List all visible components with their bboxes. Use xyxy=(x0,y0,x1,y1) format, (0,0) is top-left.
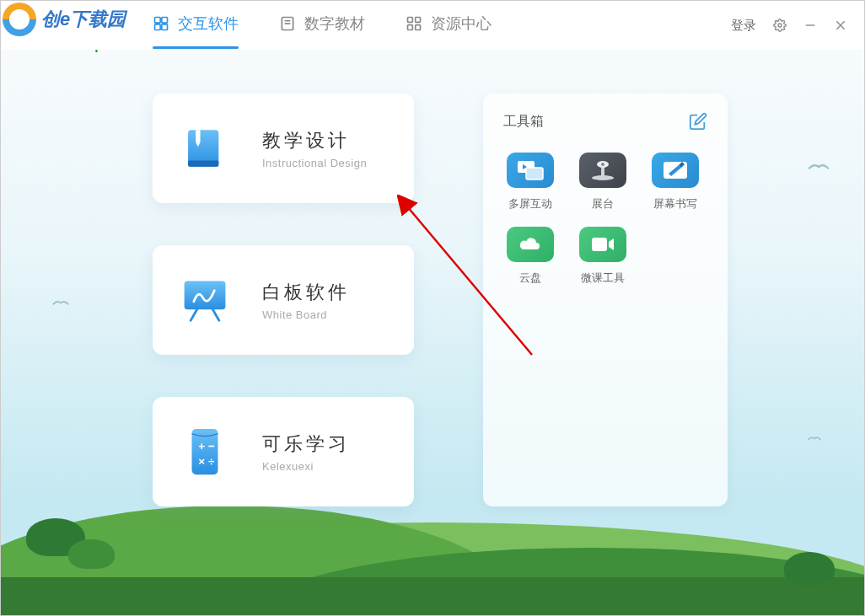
svg-rect-1 xyxy=(162,18,168,24)
card-kelexuexi[interactable]: +−×÷ 可乐学习 Kelexuexi xyxy=(153,397,414,506)
card-subtitle: White Board xyxy=(262,308,350,321)
svg-rect-10 xyxy=(416,25,421,30)
cola-math-icon: +−×÷ xyxy=(178,425,232,479)
cloud-disk-icon xyxy=(507,227,554,262)
topbar: 交互软件 数字教材 资源中心 登录 xyxy=(1,1,864,50)
tool-label: 云盘 xyxy=(519,271,541,286)
tool-label: 展台 xyxy=(592,196,614,212)
svg-rect-7 xyxy=(408,18,413,23)
svg-text:×: × xyxy=(198,455,205,468)
instructional-book-icon xyxy=(178,121,232,175)
whiteboard-icon xyxy=(178,273,232,327)
card-title: 可乐学习 xyxy=(262,431,350,457)
tool-label: 多屏互动 xyxy=(508,196,552,212)
svg-rect-34 xyxy=(592,238,607,251)
toolbox-title: 工具箱 xyxy=(503,113,544,131)
svg-rect-3 xyxy=(162,24,168,30)
tab-label: 资源中心 xyxy=(431,13,492,34)
card-subtitle: Kelexuexi xyxy=(262,460,350,473)
svg-text:÷: ÷ xyxy=(208,455,215,468)
watermark: 创e下载园 xyxy=(3,3,126,36)
tool-visualizer[interactable]: 展台 xyxy=(576,153,630,212)
tab-digital-textbook[interactable]: 数字教材 xyxy=(279,13,365,37)
nav-tabs: 交互软件 数字教材 资源中心 xyxy=(153,13,492,37)
tab-resource-center[interactable]: 资源中心 xyxy=(406,13,492,37)
svg-line-20 xyxy=(191,309,197,320)
watermark-brand: 创e下载园 xyxy=(41,7,126,32)
svg-rect-19 xyxy=(185,281,226,310)
toolbox-panel: 工具箱 多屏互动 展台 屏幕书写 xyxy=(483,94,728,506)
screen-write-icon xyxy=(652,153,699,188)
tool-label: 微课工具 xyxy=(581,271,625,286)
card-title: 白板软件 xyxy=(262,280,350,305)
apps-icon xyxy=(406,15,422,32)
main-content: 教学设计 Instructional Design 白板软件 White Boa… xyxy=(1,94,864,615)
svg-point-32 xyxy=(601,163,604,166)
card-instructional-design[interactable]: 教学设计 Instructional Design xyxy=(153,94,414,203)
svg-line-21 xyxy=(212,309,219,320)
minimize-button[interactable] xyxy=(803,19,817,32)
card-whiteboard[interactable]: 白板软件 White Board xyxy=(153,245,414,355)
topbar-right: 登录 xyxy=(731,18,847,34)
login-button[interactable]: 登录 xyxy=(731,18,756,34)
card-subtitle: Instructional Design xyxy=(262,157,367,169)
card-title: 教学设计 xyxy=(262,128,367,153)
tool-label: 屏幕书写 xyxy=(653,196,697,212)
book-icon xyxy=(279,15,296,32)
microcourse-icon xyxy=(579,227,626,262)
svg-point-11 xyxy=(778,24,782,27)
svg-rect-2 xyxy=(155,24,161,30)
tool-screen-write[interactable]: 屏幕书写 xyxy=(648,153,702,212)
tab-label: 交互软件 xyxy=(178,13,239,34)
grid-icon xyxy=(153,15,169,32)
watermark-icon xyxy=(3,3,36,36)
visualizer-icon xyxy=(579,153,626,188)
tab-label: 数字教材 xyxy=(304,13,365,34)
toolbox-edit-button[interactable] xyxy=(689,112,707,131)
tool-microcourse[interactable]: 微课工具 xyxy=(576,227,630,286)
tool-multiscreen[interactable]: 多屏互动 xyxy=(503,153,557,212)
svg-rect-0 xyxy=(155,18,161,24)
tool-cloud-disk[interactable]: 云盘 xyxy=(503,227,557,286)
svg-rect-8 xyxy=(416,18,421,23)
svg-rect-16 xyxy=(188,161,218,167)
tool-grid: 多屏互动 展台 屏幕书写 云盘 xyxy=(503,153,707,286)
multiscreen-icon xyxy=(507,153,554,188)
svg-text:+: + xyxy=(198,440,205,453)
tab-interactive-software[interactable]: 交互软件 xyxy=(153,13,239,37)
svg-rect-27 xyxy=(526,168,543,179)
svg-rect-17 xyxy=(196,130,200,142)
svg-rect-9 xyxy=(408,25,413,30)
cards-column: 教学设计 Instructional Design 白板软件 White Boa… xyxy=(153,94,414,615)
close-button[interactable] xyxy=(834,19,847,32)
settings-button[interactable] xyxy=(773,19,787,32)
svg-marker-35 xyxy=(609,238,614,250)
svg-text:−: − xyxy=(208,440,215,453)
